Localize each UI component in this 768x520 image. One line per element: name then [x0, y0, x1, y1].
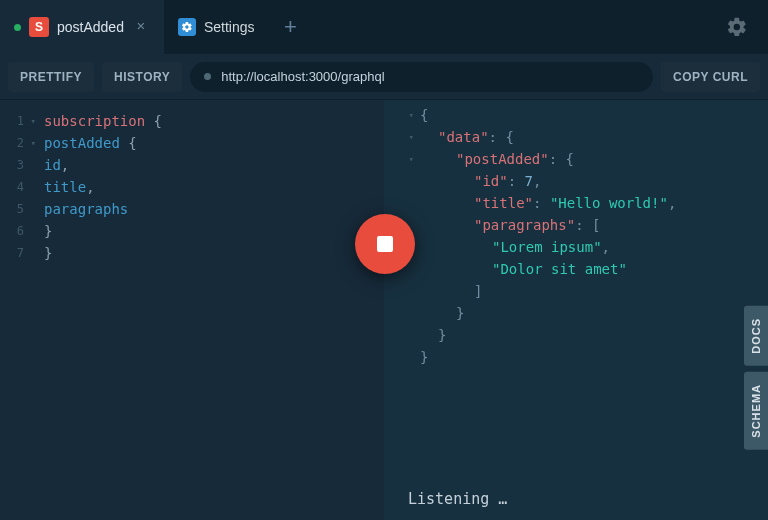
live-indicator-icon [14, 24, 21, 31]
endpoint-bar[interactable] [190, 62, 653, 92]
prettify-button[interactable]: PRETTIFY [8, 62, 94, 92]
schema-tab[interactable]: SCHEMA [744, 372, 768, 450]
result-content: {"data": {"postAdded": {"id": 7,"title":… [420, 104, 758, 368]
tab-bar: S postAdded × Settings + [0, 0, 768, 54]
line-gutter: 1234567 [0, 100, 30, 520]
tab-close-button[interactable]: × [132, 18, 150, 36]
result-pane: ▾▾▾ {"data": {"postAdded": {"id": 7,"tit… [384, 100, 768, 520]
tab-label: postAdded [57, 19, 124, 35]
endpoint-input[interactable] [221, 69, 639, 84]
new-tab-button[interactable]: + [269, 0, 313, 54]
history-button[interactable]: HISTORY [102, 62, 182, 92]
tab-label: Settings [204, 19, 255, 35]
query-editor[interactable]: 1234567 subscription { postAdded { id, t… [0, 100, 384, 520]
editor-content[interactable]: subscription { postAdded { id, title, pa… [30, 100, 162, 520]
toolbar: PRETTIFY HISTORY COPY CURL [0, 54, 768, 100]
tab-subscription[interactable]: S postAdded × [0, 0, 164, 54]
subscription-status: Listening … [408, 490, 507, 508]
stop-subscription-button[interactable] [355, 214, 415, 274]
gear-icon [178, 18, 196, 36]
endpoint-status-icon [204, 73, 211, 80]
subscription-badge-icon: S [29, 17, 49, 37]
side-rail: DOCS SCHEMA [744, 306, 768, 449]
tab-settings[interactable]: Settings [164, 0, 269, 54]
stop-icon [377, 236, 393, 252]
docs-tab[interactable]: DOCS [744, 306, 768, 366]
settings-gear-icon[interactable] [726, 16, 748, 38]
copy-curl-button[interactable]: COPY CURL [661, 62, 760, 92]
